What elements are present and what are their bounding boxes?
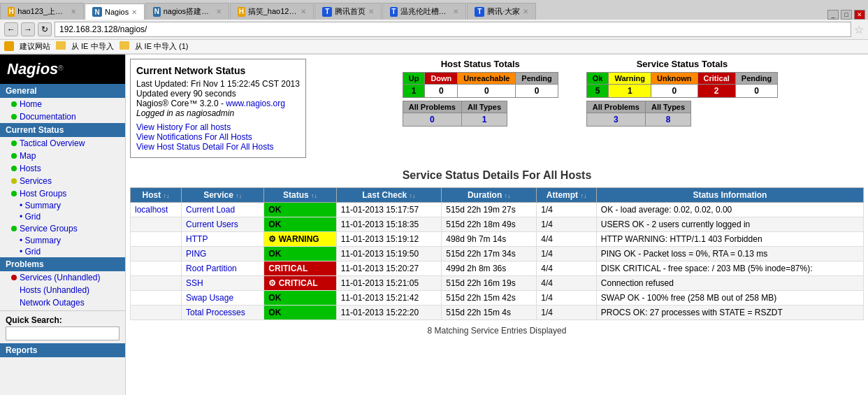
tab-hao123[interactable]: H hao123_上网从这里 ✕	[0, 3, 84, 20]
notifications-link[interactable]: View Notifications For All Hosts	[136, 132, 252, 142]
service-link[interactable]: HTTP	[186, 234, 208, 244]
unreachable-link[interactable]: Unreachable	[463, 74, 509, 82]
sidebar-section-current-status[interactable]: Current Status	[0, 123, 125, 137]
sidebar-item-network-outages[interactable]: Network Outages	[0, 296, 125, 309]
service-link[interactable]: SSH	[186, 278, 203, 288]
host-status-link[interactable]: View Host Status Detail For All Hosts	[136, 142, 274, 152]
sidebar-item-services[interactable]: Services	[0, 175, 125, 187]
all-problems-svc-link[interactable]: All Problems	[593, 103, 639, 111]
service-link[interactable]: Swap Usage	[186, 293, 233, 303]
sidebar-section-problems[interactable]: Problems	[0, 257, 125, 271]
sort-attempt[interactable]: ↑↓	[580, 192, 586, 199]
td-pending[interactable]: 0	[516, 85, 558, 98]
sort-service[interactable]: ↑↓	[236, 192, 242, 199]
hostgroups-link[interactable]: Host Groups	[20, 189, 66, 199]
td-all-problems-svc[interactable]: 3	[586, 113, 645, 127]
sidebar-item-map[interactable]: Map	[0, 150, 125, 162]
tab-nagios-build[interactable]: N nagios搭建（fedo... ✕	[145, 3, 229, 20]
up-link[interactable]: Up	[409, 74, 419, 82]
sidebar-item-tactical[interactable]: Tactical Overview	[0, 137, 125, 150]
sidebar-subitem-sg-summary[interactable]: • Summary	[0, 235, 125, 246]
th-host[interactable]: Host ↑↓	[131, 188, 182, 203]
host-link[interactable]: localhost	[135, 205, 168, 215]
quick-search-input[interactable]	[6, 326, 120, 340]
sidebar-item-hostgroups[interactable]: Host Groups	[0, 187, 125, 200]
ok-link[interactable]: Ok	[593, 74, 603, 82]
restore-icon[interactable]: □	[841, 10, 852, 20]
th-all-types-host[interactable]: All Types	[461, 101, 507, 113]
th-status[interactable]: Status ↑↓	[264, 188, 336, 203]
th-down[interactable]: Down	[425, 73, 458, 85]
documentation-link[interactable]: Documentation	[20, 112, 76, 122]
th-unreachable[interactable]: Unreachable	[458, 73, 516, 85]
th-lastcheck[interactable]: Last Check ↑↓	[336, 188, 442, 203]
forward-button[interactable]: →	[21, 22, 35, 36]
sidebar-item-home[interactable]: Home	[0, 98, 125, 110]
sidebar-item-hosts[interactable]: Hosts	[0, 162, 125, 175]
service-link[interactable]: PING	[186, 249, 206, 259]
td-unknown[interactable]: 0	[651, 85, 698, 98]
td-critical[interactable]: 2	[697, 85, 735, 98]
sidebar-item-services-unhandled[interactable]: Services (Unhandled)	[0, 271, 125, 284]
hg-grid-link[interactable]: • Grid	[20, 212, 41, 222]
tab-gaoxiao[interactable]: H 搞笑_hao123上网... ✕	[230, 3, 314, 20]
all-types-svc-link[interactable]: All Types	[651, 103, 685, 111]
sg-summary-link[interactable]: • Summary	[20, 236, 61, 245]
th-duration[interactable]: Duration ↑↓	[442, 188, 537, 203]
servicegroups-link[interactable]: Service Groups	[20, 224, 78, 234]
service-link[interactable]: Current Users	[186, 220, 238, 229]
address-bar[interactable]	[55, 22, 851, 37]
th-pending2[interactable]: Pending	[735, 73, 777, 85]
sort-lastcheck[interactable]: ↑↓	[410, 192, 416, 199]
star-icon[interactable]: ☆	[854, 23, 864, 36]
service-link[interactable]: Total Processes	[186, 308, 245, 317]
refresh-button[interactable]: ↻	[38, 22, 52, 36]
tab-tencent-dajia[interactable]: T 腾讯·大家 ✕	[467, 3, 536, 20]
td-all-types-host[interactable]: 1	[461, 113, 507, 127]
td-down[interactable]: 0	[425, 85, 458, 98]
sort-duration[interactable]: ↑↓	[505, 192, 511, 199]
td-ok[interactable]: 5	[586, 85, 609, 98]
th-attempt[interactable]: Attempt ↑↓	[537, 188, 597, 203]
th-all-problems-host[interactable]: All Problems	[403, 101, 461, 113]
services-link[interactable]: Services	[20, 176, 52, 186]
tab-wenzhaolun[interactable]: T 温兆伦吐槽爱国遗... ✕	[382, 3, 466, 20]
network-outages-link[interactable]: Network Outages	[20, 298, 85, 308]
sidebar-item-hosts-unhandled[interactable]: Hosts (Unhandled)	[0, 284, 125, 296]
td-warning[interactable]: 1	[609, 85, 651, 98]
nagios-org-link[interactable]: www.nagios.org	[226, 99, 285, 108]
sidebar-subitem-sg-grid[interactable]: • Grid	[0, 246, 125, 257]
th-all-types-svc[interactable]: All Types	[646, 101, 691, 113]
all-problems-host-link[interactable]: All Problems	[409, 103, 456, 111]
critical-link[interactable]: Critical	[704, 74, 730, 82]
bookmark-1[interactable]: 建议网站	[20, 41, 50, 52]
hosts-link[interactable]: Hosts	[20, 164, 41, 173]
th-all-problems-svc[interactable]: All Problems	[586, 101, 645, 113]
sidebar-section-reports[interactable]: Reports	[0, 343, 125, 357]
sidebar-item-servicegroups[interactable]: Service Groups	[0, 222, 125, 235]
bookmark-3[interactable]: 从 IE 中导入 (1)	[135, 41, 189, 52]
pending-link[interactable]: Pending	[521, 74, 551, 82]
td-all-problems-host[interactable]: 0	[403, 113, 461, 127]
hosts-unhandled-link[interactable]: Hosts (Unhandled)	[20, 285, 89, 295]
pending2-link[interactable]: Pending	[742, 74, 772, 82]
td-up[interactable]: 1	[403, 85, 425, 98]
minimize-icon[interactable]: _	[827, 10, 839, 20]
td-unreachable[interactable]: 0	[458, 85, 516, 98]
down-link[interactable]: Down	[431, 74, 451, 82]
map-link[interactable]: Map	[20, 151, 36, 161]
tactical-link[interactable]: Tactical Overview	[20, 138, 85, 148]
sidebar-subitem-hg-grid[interactable]: • Grid	[0, 211, 125, 222]
sidebar-section-general[interactable]: General	[0, 84, 125, 98]
service-link[interactable]: Current Load	[186, 205, 235, 215]
th-critical[interactable]: Critical	[697, 73, 735, 85]
close-icon[interactable]: ✕	[854, 10, 865, 20]
sort-host[interactable]: ↑↓	[164, 192, 170, 199]
back-button[interactable]: ←	[4, 22, 18, 36]
unknown-link[interactable]: Unknown	[657, 74, 692, 82]
td-all-types-svc[interactable]: 8	[646, 113, 691, 127]
tab-tencent[interactable]: T 腾讯首页 ✕	[314, 3, 382, 20]
td-pending2[interactable]: 0	[735, 85, 777, 98]
home-link[interactable]: Home	[20, 99, 42, 109]
th-pending[interactable]: Pending	[516, 73, 558, 85]
